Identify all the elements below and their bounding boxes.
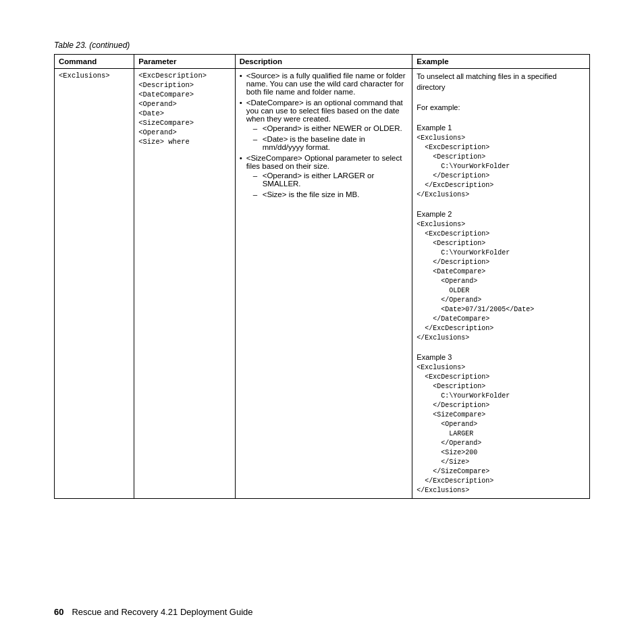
table-caption: Table 23. (continued): [54, 41, 590, 50]
main-table: Command Parameter Description Example <E…: [54, 54, 590, 499]
cell-description: <Source> is a fully qualified file name …: [235, 69, 412, 499]
cell-example: To unselect all matching files in a spec…: [412, 69, 590, 499]
header-example: Example: [412, 55, 590, 69]
header-command: Command: [55, 55, 134, 69]
page-number: 60: [54, 607, 63, 617]
page-footer: 60 Rescue and Recovery 4.21 Deployment G…: [54, 607, 590, 617]
header-parameter: Parameter: [134, 55, 235, 69]
cell-command: <Exclusions>: [55, 69, 134, 499]
footer-text: Rescue and Recovery 4.21 Deployment Guid…: [72, 607, 252, 617]
header-description: Description: [235, 55, 412, 69]
cell-parameter: <ExcDescription> <Description> <DateComp…: [134, 69, 235, 499]
table-row: <Exclusions> <ExcDescription> <Descripti…: [55, 69, 590, 499]
